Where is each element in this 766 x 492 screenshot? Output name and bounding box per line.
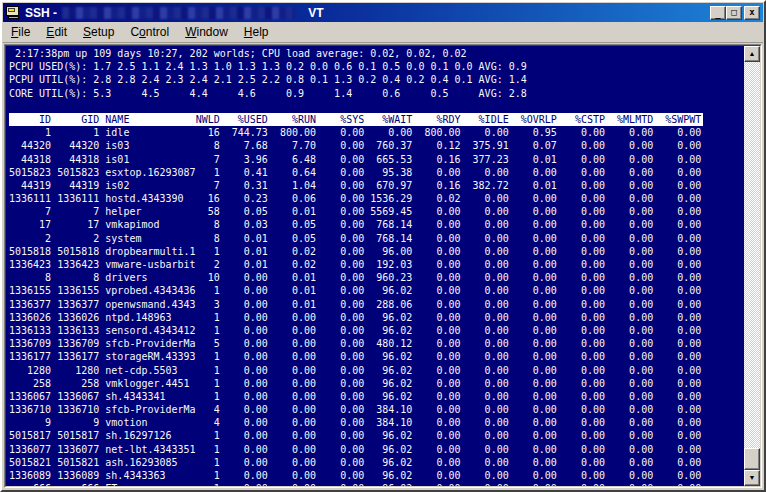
vertical-scrollbar[interactable]: ▲ ▼ [744,46,760,486]
cpu-summary-line-3: PCPU UTIL(%): 2.8 2.8 2.4 2.3 2.4 2.1 2.… [9,73,744,86]
menu-item-edit[interactable]: Edit [38,23,75,42]
process-row-vprobed.4343436: 1336155 1336155 vprobed.4343436 1 0.00 0… [9,284,744,297]
process-row-drivers: 8 8 drivers 10 0.00 0.01 0.00 960.23 0.0… [9,271,744,284]
process-row-openwsmand.4343: 1336377 1336377 openwsmand.4343 3 0.00 0… [9,298,744,311]
process-row-vmotion: 9 9 vmotion 4 0.00 0.00 0.00 384.10 0.00… [9,416,744,429]
process-row-vmklogger.4451: 258 258 vmklogger.4451 1 0.00 0.00 0.00 … [9,377,744,390]
maximize-button[interactable]: □ [726,6,742,20]
window-title: SSH - VT [25,6,324,20]
menu-item-file[interactable]: File [3,23,38,42]
cpu-summary-line-4: CORE UTIL(%): 5.3 4.5 4.4 4.6 0.9 1.4 0.… [9,87,744,100]
minimize-button[interactable]: _ [710,6,726,20]
process-row-sh.16297126: 5015817 5015817 sh.16297126 1 0.00 0.00 … [9,429,744,442]
process-row-sfcb-ProviderMa: 1336709 1336709 sfcb-ProviderMa 5 0.00 0… [9,337,744,350]
terminal-frame: 2:17:38pm up 109 days 10:27, 202 worlds;… [4,44,762,488]
menu-item-help[interactable]: Help [236,23,277,42]
process-row-is03: 44320 44320 is03 8 7.68 7.70 0.00 760.37… [9,139,744,152]
process-row-net-lbt.4343351: 1336077 1336077 net-lbt.4343351 1 0.00 0… [9,443,744,456]
window-title-suffix: VT [308,6,323,20]
scroll-down-icon[interactable]: ▼ [744,470,760,486]
process-row-system: 2 2 system 8 0.01 0.05 0.00 768.14 0.00 … [9,232,744,245]
process-row-FT: 666 666 FT 1 0.00 0.00 0.00 96.02 0.00 0… [9,482,744,486]
title-redacted-blur [62,7,294,19]
process-row-dropbearmulti.1: 5015818 5015818 dropbearmulti.1 1 0.01 0… [9,245,744,258]
menu-bar: FileEditSetupControlWindowHelp [3,22,763,43]
terminal-app-icon [6,6,21,19]
process-row-net-cdp.5503: 1280 1280 net-cdp.5503 1 0.00 0.00 0.00 … [9,364,744,377]
scroll-up-icon[interactable]: ▲ [744,46,760,62]
process-row-sh.4343363: 1336089 1336089 sh.4343363 1 0.00 0.00 0… [9,469,744,482]
process-row-hostd.4343390: 1336111 1336111 hostd.4343390 16 0.23 0.… [9,192,744,205]
blank-line [9,100,744,113]
window-controls: _ □ x [710,6,760,20]
process-table-header: ID GID NAME NWLD %USED %RUN %SYS %WAIT %… [9,113,744,126]
process-row-vmkapimod: 17 17 vmkapimod 8 0.03 0.05 0.00 768.14 … [9,218,744,231]
terminal-window: SSH - VT _ □ x FileEditSetupControlWindo… [0,0,766,492]
scrollbar-thumb[interactable] [744,448,760,470]
terminal-screen[interactable]: 2:17:38pm up 109 days 10:27, 202 worlds;… [6,46,744,486]
process-row-sfcb-ProviderMa: 1336710 1336710 sfcb-ProviderMa 4 0.00 0… [9,403,744,416]
process-row-sensord.4343412: 1336133 1336133 sensord.4343412 1 0.00 0… [9,324,744,337]
window-title-prefix: SSH - [25,6,60,20]
process-row-ash.16293085: 5015821 5015821 ash.16293085 1 0.00 0.00… [9,456,744,469]
process-row-idle: 1 1 idle 16 744.73 800.00 0.00 0.00 800.… [9,126,744,139]
menu-item-window[interactable]: Window [177,23,236,42]
title-bar[interactable]: SSH - VT _ □ x [3,3,763,22]
cpu-summary-line-2: PCPU USED(%): 1.7 2.5 1.1 2.4 1.3 1.0 1.… [9,60,744,73]
process-row-storageRM.43393: 1336177 1336177 storageRM.43393 1 0.00 0… [9,350,744,363]
process-row-vmware-usbarbit: 1336423 1336423 vmware-usbarbit 2 0.01 0… [9,258,744,271]
menu-item-setup[interactable]: Setup [75,23,122,42]
process-row-is02: 44319 44319 is02 7 0.31 1.04 0.00 670.97… [9,179,744,192]
close-button[interactable]: x [744,6,760,20]
menu-item-control[interactable]: Control [122,23,177,42]
cpu-summary-line-1: 2:17:38pm up 109 days 10:27, 202 worlds;… [9,47,744,60]
process-row-esxtop.16293087: 5015823 5015823 esxtop.16293087 1 0.41 0… [9,166,744,179]
process-row-sh.4343341: 1336067 1336067 sh.4343341 1 0.00 0.00 0… [9,390,744,403]
process-row-helper: 7 7 helper 58 0.05 0.01 0.00 5569.45 0.0… [9,205,744,218]
process-row-ntpd.148963: 1336026 1336026 ntpd.148963 1 0.00 0.00 … [9,311,744,324]
process-row-is01: 44318 44318 is01 7 3.96 6.48 0.00 665.53… [9,153,744,166]
